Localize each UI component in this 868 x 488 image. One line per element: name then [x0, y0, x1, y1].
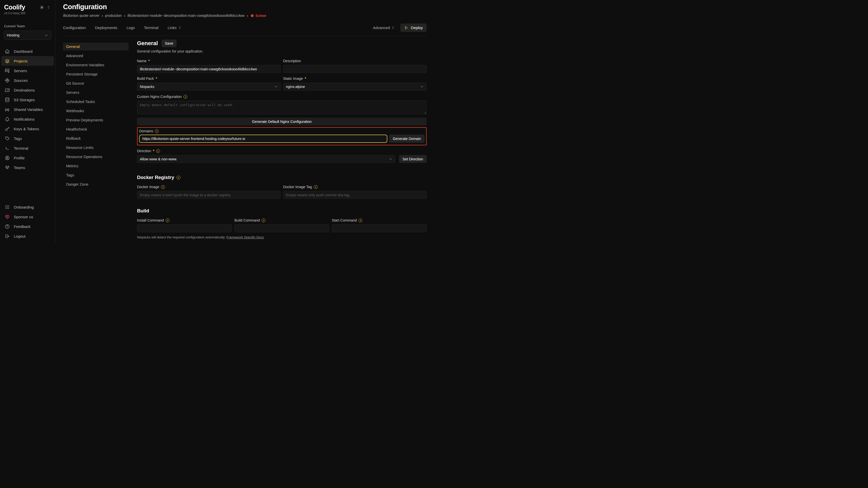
framework-docs-link[interactable]: Framework Specific Docs [226, 235, 264, 239]
sidebar-item-label: Terminal [14, 146, 28, 151]
config-nav-healthcheck[interactable]: Healthcheck [63, 125, 129, 133]
docker-image-tag-input[interactable] [283, 191, 427, 199]
info-icon[interactable]: i [161, 185, 165, 189]
sidebar-item-sponsor-us[interactable]: Sponsor us [1, 212, 54, 222]
layers-icon [4, 58, 10, 64]
sidebar-item-projects[interactable]: Projects [1, 56, 54, 66]
info-icon[interactable]: i [183, 95, 187, 99]
sidebar-item-label: Projects [14, 59, 28, 63]
database-icon [4, 97, 10, 102]
sidebar-item-feedback[interactable]: Feedback [1, 222, 54, 231]
config-nav-scheduled-tasks[interactable]: Scheduled Tasks [63, 98, 129, 105]
server-icon [4, 68, 10, 73]
sidebar-item-s3-storages[interactable]: S3 Storages [1, 95, 54, 104]
breadcrumb-application[interactable]: illicitestonion/-module--decomposition:m… [127, 13, 244, 18]
config-nav-resource-operations[interactable]: Resource Operations [63, 153, 129, 161]
sidebar-item-servers[interactable]: Servers [1, 66, 54, 75]
team-select[interactable]: Hosting [4, 31, 52, 40]
chevron-selector-icon [178, 26, 181, 29]
advanced-dropdown[interactable]: Advanced [373, 26, 395, 30]
info-icon[interactable]: i [165, 219, 169, 222]
build-section: Build Install Command i Build Command [137, 208, 427, 244]
info-icon[interactable]: i [261, 219, 265, 222]
direction-select[interactable]: Allow www & non-www. [137, 155, 395, 163]
save-button[interactable]: Save [161, 39, 177, 47]
tab-logs[interactable]: Logs [127, 26, 135, 30]
sidebar-item-dashboard[interactable]: Dashboard [1, 46, 54, 56]
config-nav-metrics[interactable]: Metrics [63, 162, 129, 170]
tabbar: Configuration Deployments Logs Terminal … [63, 24, 427, 36]
chevron-down-icon [44, 33, 48, 37]
build-command-input[interactable] [235, 224, 330, 232]
chevron-selector-icon [392, 26, 395, 29]
breadcrumb-project[interactable]: illicitonion quote server [63, 13, 99, 18]
config-nav-persistent-storage[interactable]: Persistent Storage [63, 70, 129, 78]
sidebar-item-shared-variables[interactable]: (x) Shared Variables [1, 104, 54, 114]
description-input[interactable] [283, 65, 427, 73]
info-icon[interactable]: i [155, 129, 159, 133]
sidebar-item-label: Shared Variables [14, 107, 43, 112]
config-nav-resource-limits[interactable]: Resource Limits [63, 143, 129, 152]
config-nav-advanced[interactable]: Advanced [63, 52, 129, 60]
domains-input[interactable] [139, 135, 387, 143]
sidebar-item-label: Onboarding [14, 205, 34, 209]
config-nav-tags[interactable]: Tags [63, 171, 129, 179]
start-command-input[interactable] [332, 224, 427, 232]
config-nav-environment-variables[interactable]: Environment Variables [63, 61, 129, 69]
bell-icon [4, 116, 10, 122]
chevron-down-icon [389, 157, 393, 161]
current-team-label: Current Team [0, 24, 55, 28]
theme-sun-icon[interactable] [39, 5, 44, 10]
sidebar-item-onboarding[interactable]: Onboarding [1, 202, 54, 212]
tab-links[interactable]: Links [167, 26, 181, 30]
custom-nginx-textarea[interactable] [137, 101, 427, 114]
docker-registry-section: Docker Registry i Docker Image i [137, 175, 427, 199]
play-icon [404, 26, 408, 30]
sidebar-item-destinations[interactable]: Destinations [1, 85, 54, 95]
theme-selector-icon[interactable] [47, 5, 51, 9]
sidebar-item-profile[interactable]: Profile [1, 153, 54, 163]
config-nav-rollback[interactable]: Rollback [63, 134, 129, 142]
info-icon[interactable]: i [314, 185, 318, 189]
page-header: Configuration illicitonion quote server … [63, 0, 427, 18]
terminal-icon [4, 145, 10, 151]
generate-domain-button[interactable]: Generate Domain [389, 135, 425, 143]
set-direction-button[interactable]: Set Direction [399, 155, 427, 163]
section-subtitle: General configuration for your applicati… [137, 49, 427, 53]
docker-image-input[interactable] [137, 191, 281, 199]
sidebar-item-terminal[interactable]: Terminal [1, 143, 54, 153]
nixpacks-note: Nixpacks will detect the required config… [137, 235, 427, 239]
info-icon[interactable]: i [177, 176, 180, 180]
config-nav-git-source[interactable]: Git Source [63, 79, 129, 87]
sidebar-item-notifications[interactable]: Notifications [1, 114, 54, 124]
tab-configuration[interactable]: Configuration [63, 26, 86, 30]
config-nav-danger-zone[interactable]: Danger Zone [63, 180, 129, 188]
name-input[interactable] [137, 65, 281, 73]
breadcrumb-environment[interactable]: production [105, 13, 122, 18]
section-heading-general: General [137, 40, 158, 47]
status-dot [251, 14, 254, 17]
static-image-select[interactable]: nginx:alpine [283, 83, 427, 91]
app-root: Coolify v4.0.0-beta.399 Current Team Hos… [0, 0, 434, 244]
config-nav-preview-deployments[interactable]: Preview Deployments [63, 116, 129, 124]
config-nav-servers[interactable]: Servers [63, 89, 129, 96]
build-pack-select[interactable]: Nixpacks [137, 83, 281, 91]
sidebar-item-teams[interactable]: Teams [1, 163, 54, 172]
config-nav-general[interactable]: General [63, 42, 129, 51]
install-command-input[interactable] [137, 224, 232, 232]
sidebar-item-sources[interactable]: Sources [1, 75, 54, 85]
config-nav-webhooks[interactable]: Webhooks [63, 107, 129, 115]
docker-registry-heading: Docker Registry [137, 175, 174, 180]
page-title: Configuration [63, 3, 427, 11]
info-icon[interactable]: i [359, 219, 362, 222]
main-area: Configuration illicitonion quote server … [55, 0, 434, 244]
generate-nginx-button[interactable]: Generate Default Nginx Configuration [137, 118, 427, 125]
sidebar-item-logout[interactable]: Logout [1, 231, 54, 241]
deploy-button[interactable]: Deploy [400, 24, 427, 32]
heart-handshake-icon [4, 214, 10, 220]
tab-deployments[interactable]: Deployments [95, 26, 117, 30]
info-icon[interactable]: i [156, 149, 160, 153]
sidebar-item-tags[interactable]: Tags [1, 134, 54, 143]
sidebar-item-keys-tokens[interactable]: Keys & Tokens [1, 124, 54, 134]
tab-terminal[interactable]: Terminal [144, 26, 158, 30]
